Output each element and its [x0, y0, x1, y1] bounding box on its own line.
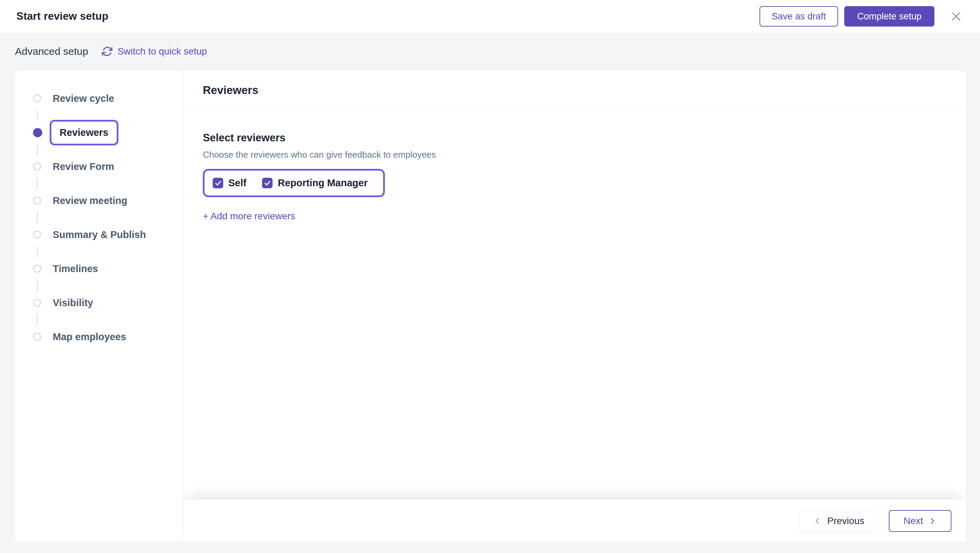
- step-label: Review meeting: [53, 195, 127, 206]
- close-icon: [950, 10, 962, 22]
- reviewer-option-reporting-manager[interactable]: Reporting Manager: [262, 177, 368, 189]
- select-reviewers-description: Choose the reviewers who can give feedba…: [203, 150, 947, 160]
- step-label: Review cycle: [53, 93, 115, 104]
- next-button[interactable]: Next: [889, 510, 951, 532]
- switch-to-quick-setup-link[interactable]: Switch to quick setup: [118, 46, 207, 57]
- page-title: Start review setup: [16, 10, 108, 22]
- setup-mode-title: Advanced setup: [15, 46, 88, 57]
- step-content-body: Select reviewers Choose the reviewers wh…: [184, 110, 966, 499]
- step-label: Map employees: [53, 331, 126, 343]
- next-button-label: Next: [904, 516, 923, 526]
- step-label: Visibility: [53, 297, 93, 309]
- step-reviewers-active[interactable]: Reviewers: [33, 115, 183, 150]
- complete-setup-button[interactable]: Complete setup: [844, 6, 934, 27]
- step-summary-publish[interactable]: Summary & Publish: [33, 218, 183, 252]
- step-circle-icon: [33, 196, 41, 205]
- step-label: Timelines: [53, 263, 98, 274]
- step-circle-icon: [33, 299, 41, 307]
- setup-mode-bar: Advanced setup Switch to quick setup: [0, 33, 980, 70]
- step-circle-icon: [33, 163, 41, 171]
- setup-card: Review cycle Reviewers Review Form Revie…: [14, 70, 966, 542]
- reviewer-option-label: Reporting Manager: [278, 177, 368, 189]
- header-actions: Save as draft Complete setup: [759, 6, 964, 27]
- chevron-left-icon: [813, 516, 822, 526]
- step-circle-icon: [33, 333, 41, 341]
- step-visibility[interactable]: Visibility: [33, 286, 183, 320]
- top-header: Start review setup Save as draft Complet…: [0, 0, 980, 33]
- add-more-reviewers-link[interactable]: + Add more reviewers: [203, 211, 295, 222]
- step-circle-icon: [33, 94, 41, 102]
- wizard-footer: Previous Next: [184, 499, 966, 542]
- active-step-highlight-box: Reviewers: [50, 120, 118, 145]
- step-review-cycle[interactable]: Review cycle: [33, 81, 183, 115]
- step-content-title: Reviewers: [203, 84, 258, 97]
- reviewer-checkbox-group: Self Reporting Manager: [203, 169, 385, 197]
- previous-button-label: Previous: [827, 516, 864, 526]
- step-timelines[interactable]: Timelines: [33, 252, 183, 286]
- close-button[interactable]: [949, 9, 964, 24]
- save-as-draft-button[interactable]: Save as draft: [759, 6, 838, 27]
- step-content-header: Reviewers: [184, 70, 966, 110]
- select-reviewers-heading: Select reviewers: [203, 132, 947, 144]
- checkbox-checked-icon[interactable]: [262, 178, 272, 188]
- step-label: Summary & Publish: [53, 229, 146, 241]
- chevron-right-icon: [928, 516, 937, 526]
- step-map-employees[interactable]: Map employees: [33, 320, 183, 354]
- step-circle-filled-icon: [33, 128, 42, 137]
- reviewer-option-label: Self: [228, 177, 247, 189]
- previous-button[interactable]: Previous: [799, 510, 878, 532]
- step-review-form[interactable]: Review Form: [33, 150, 183, 183]
- step-review-meeting[interactable]: Review meeting: [33, 183, 183, 218]
- step-content-panel: Reviewers Select reviewers Choose the re…: [184, 70, 966, 542]
- checkbox-checked-icon[interactable]: [213, 178, 223, 188]
- step-label: Reviewers: [60, 127, 108, 138]
- step-label: Review Form: [53, 161, 115, 172]
- step-circle-icon: [33, 231, 41, 239]
- reviewer-option-self[interactable]: Self: [213, 177, 247, 189]
- step-circle-icon: [33, 265, 41, 273]
- sync-arrows-icon: [102, 46, 113, 57]
- setup-stepper: Review cycle Reviewers Review Form Revie…: [14, 70, 184, 542]
